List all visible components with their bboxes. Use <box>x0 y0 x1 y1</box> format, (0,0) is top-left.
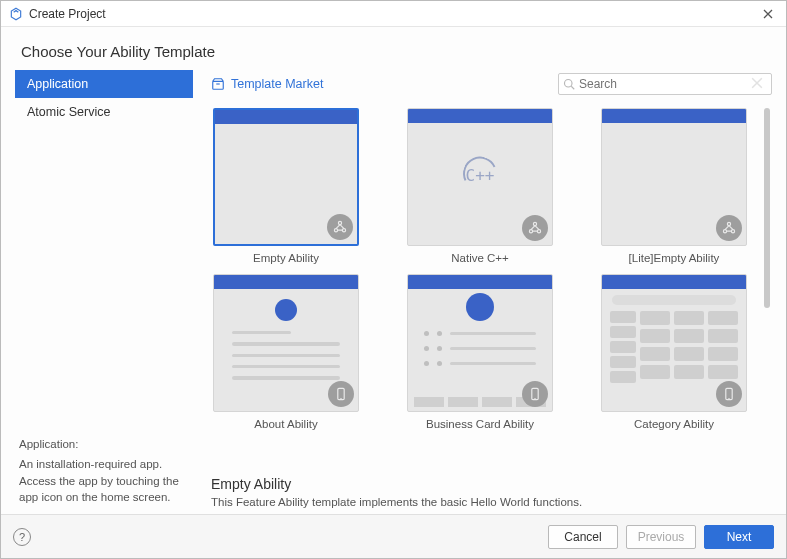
template-caption: Native C++ <box>451 252 509 264</box>
template-caption: About Ability <box>254 418 317 430</box>
template-caption: [Lite]Empty Ability <box>629 252 720 264</box>
svg-point-4 <box>342 229 345 232</box>
thumb-appbar <box>408 275 552 289</box>
search-box[interactable] <box>558 73 772 95</box>
footer: ? Cancel Previous Next <box>1 514 786 558</box>
template-card-business-card-ability[interactable]: Business Card Ability <box>405 274 555 430</box>
thumb-appbar <box>602 275 746 289</box>
sidebar-description-body: An installation-required app. Access the… <box>19 456 189 506</box>
thumb-appbar <box>215 110 357 124</box>
svg-rect-0 <box>213 81 224 89</box>
template-thumb <box>407 274 553 412</box>
search-input[interactable] <box>579 77 751 91</box>
market-icon <box>211 77 225 91</box>
template-card-category-ability[interactable]: Category Ability <box>599 274 749 430</box>
template-card-native-cpp[interactable]: C++ Native C++ <box>405 108 555 264</box>
thumb-appbar <box>408 109 552 123</box>
gallery-scrollbar[interactable] <box>764 108 772 466</box>
template-card-about-ability[interactable]: About Ability <box>211 274 361 430</box>
svg-point-6 <box>529 230 532 233</box>
previous-button[interactable]: Previous <box>626 525 696 549</box>
svg-rect-13 <box>726 388 732 399</box>
sidebar-description-title: Application: <box>19 438 189 450</box>
template-market-label: Template Market <box>231 77 323 91</box>
window-title: Create Project <box>29 7 106 21</box>
template-thumb: C++ <box>407 108 553 246</box>
multi-device-badge-icon <box>716 215 742 241</box>
page-heading: Choose Your Ability Template <box>21 43 772 60</box>
create-project-window: Create Project Choose Your Ability Templ… <box>0 0 787 559</box>
main-panel: Template Market <box>193 70 772 514</box>
app-logo-icon <box>9 7 23 21</box>
scrollbar-thumb[interactable] <box>764 108 770 308</box>
template-caption: Category Ability <box>634 418 714 430</box>
help-button[interactable]: ? <box>13 528 31 546</box>
template-caption: Business Card Ability <box>426 418 534 430</box>
svg-point-5 <box>533 222 536 225</box>
thumb-search <box>612 295 736 305</box>
content-area: Choose Your Ability Template Application… <box>1 27 786 514</box>
cpp-label: C++ <box>466 166 495 185</box>
phone-badge-icon <box>522 381 548 407</box>
topbar: Template Market <box>211 70 772 98</box>
svg-point-7 <box>537 230 540 233</box>
template-card-lite-empty-ability[interactable]: [Lite]Empty Ability <box>599 108 749 264</box>
template-card-empty-ability[interactable]: Empty Ability <box>211 108 361 264</box>
gallery-wrap: Empty Ability C++ <box>211 108 772 466</box>
thumb-avatar <box>466 293 494 321</box>
template-gallery: Empty Ability C++ <box>211 108 758 466</box>
sidebar-item-application[interactable]: Application <box>15 70 193 98</box>
template-grid: Empty Ability C++ <box>211 108 758 430</box>
close-button[interactable] <box>758 4 778 24</box>
sidebar: Application Atomic Service Application: … <box>15 70 193 514</box>
search-icon <box>563 78 575 90</box>
selected-template-title: Empty Ability <box>211 476 772 492</box>
thumb-rows <box>424 331 536 376</box>
thumb-appbar <box>602 109 746 123</box>
svg-point-3 <box>334 229 337 232</box>
template-thumb <box>601 274 747 412</box>
template-thumb <box>213 274 359 412</box>
multi-device-badge-icon <box>522 215 548 241</box>
template-caption: Empty Ability <box>253 252 319 264</box>
sidebar-item-atomic-service[interactable]: Atomic Service <box>15 98 193 126</box>
svg-point-10 <box>731 230 734 233</box>
template-market-link[interactable]: Template Market <box>211 77 323 91</box>
thumb-appbar <box>214 275 358 289</box>
phone-badge-icon <box>716 381 742 407</box>
svg-point-1 <box>565 80 573 88</box>
selected-template-text: This Feature Ability template implements… <box>211 496 772 508</box>
thumb-lines <box>232 331 340 388</box>
next-button[interactable]: Next <box>704 525 774 549</box>
body: Application Atomic Service Application: … <box>15 70 772 514</box>
close-icon <box>763 9 773 19</box>
svg-point-8 <box>727 222 730 225</box>
selected-template-description: Empty Ability This Feature Ability templ… <box>211 466 772 514</box>
sidebar-list: Application Atomic Service <box>15 70 193 126</box>
titlebar: Create Project <box>1 1 786 27</box>
svg-rect-11 <box>338 388 344 399</box>
svg-point-2 <box>338 221 341 224</box>
sidebar-description: Application: An installation-required ap… <box>15 438 193 514</box>
cancel-button[interactable]: Cancel <box>548 525 618 549</box>
svg-rect-12 <box>532 388 538 399</box>
thumb-avatar <box>275 299 297 321</box>
template-thumb <box>213 108 359 246</box>
search-clear-icon[interactable] <box>751 77 767 92</box>
multi-device-badge-icon <box>327 214 353 240</box>
svg-point-9 <box>723 230 726 233</box>
template-thumb <box>601 108 747 246</box>
phone-badge-icon <box>328 381 354 407</box>
